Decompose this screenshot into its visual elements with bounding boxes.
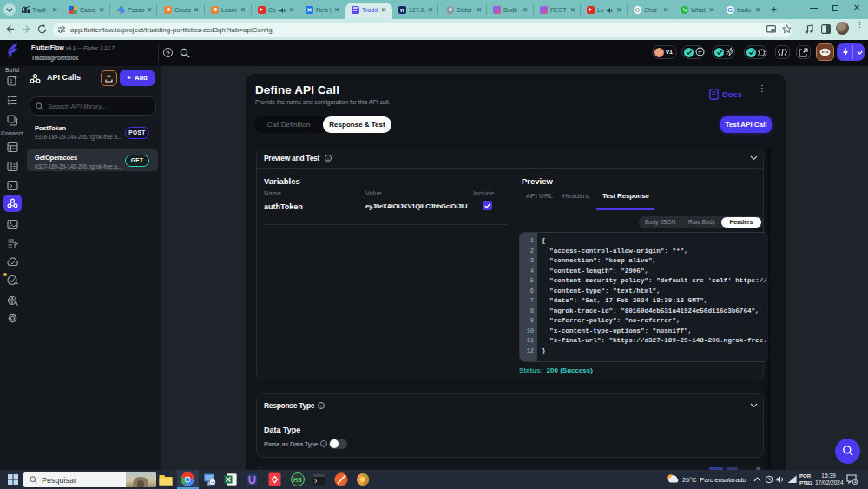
- svg-text:HS: HS: [293, 477, 302, 483]
- svg-text:4: 4: [854, 479, 857, 485]
